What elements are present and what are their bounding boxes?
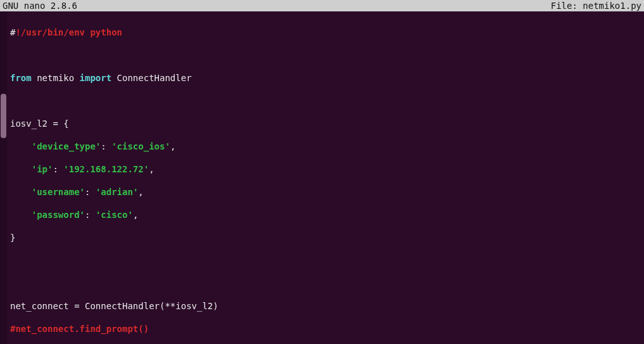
- code-line: [10, 95, 644, 106]
- dict-val: '192.168.122.72': [63, 164, 149, 174]
- nano-app-name: GNU nano 2.8.6: [3, 0, 77, 11]
- code-line: 'ip': '192.168.122.72',: [10, 163, 644, 175]
- editor-area[interactable]: #!/usr/bin/env python from netmiko impor…: [0, 11, 644, 344]
- code-line: #net_connect.find_prompt(): [10, 323, 644, 334]
- indent: [10, 164, 32, 174]
- import-rest: ConnectHandler: [111, 73, 191, 83]
- module: netmiko: [32, 73, 80, 83]
- assign: iosv_l2 = {: [10, 118, 69, 129]
- dict-key: 'ip': [32, 164, 53, 174]
- dict-val: 'cisco_ios': [111, 141, 170, 151]
- dict-key: 'username': [32, 187, 85, 197]
- nano-titlebar: GNU nano 2.8.6 File: netmiko1.py: [0, 0, 644, 11]
- scrollbar-thumb[interactable]: [1, 94, 6, 138]
- kw-from: from: [10, 73, 32, 83]
- dict-val: 'cisco': [96, 210, 133, 220]
- code-line: 'device_type': 'cisco_ios',: [10, 141, 644, 152]
- comma: ,: [138, 187, 143, 197]
- indent: [10, 187, 32, 197]
- code-line: 'username': 'adrian',: [10, 186, 644, 198]
- kw-import: import: [80, 73, 112, 83]
- indent: [10, 141, 32, 151]
- dict-key: 'device_type': [32, 141, 101, 151]
- code-line: net_connect = ConnectHandler(**iosv_l2): [10, 300, 644, 312]
- comment: #net_connect.find_prompt(): [10, 324, 149, 334]
- colon: :: [85, 210, 96, 220]
- code-line: [10, 277, 644, 289]
- colon: :: [101, 141, 111, 151]
- code-line: [10, 49, 644, 61]
- shebang-rest: !/usr/bin/env python: [15, 27, 122, 37]
- scrollbar-track[interactable]: [0, 11, 7, 344]
- code-line: iosv_l2 = {: [10, 118, 644, 129]
- brace: }: [10, 233, 15, 243]
- code-line: 'password': 'cisco',: [10, 209, 644, 220]
- dict-val: 'adrian': [96, 187, 138, 197]
- dict-key: 'password': [32, 210, 85, 220]
- nano-filename: File: netmiko1.py: [551, 0, 641, 11]
- colon: :: [53, 164, 63, 174]
- comma: ,: [133, 210, 138, 220]
- code-line: #!/usr/bin/env python: [10, 27, 644, 38]
- assign: net_connect = ConnectHandler(**iosv_l2): [10, 301, 218, 311]
- code-line: from netmiko import ConnectHandler: [10, 72, 644, 84]
- colon: :: [85, 187, 96, 197]
- indent: [10, 210, 32, 220]
- comma: ,: [149, 164, 154, 174]
- code-line: [10, 255, 644, 266]
- comma: ,: [170, 141, 175, 151]
- code-line: }: [10, 232, 644, 243]
